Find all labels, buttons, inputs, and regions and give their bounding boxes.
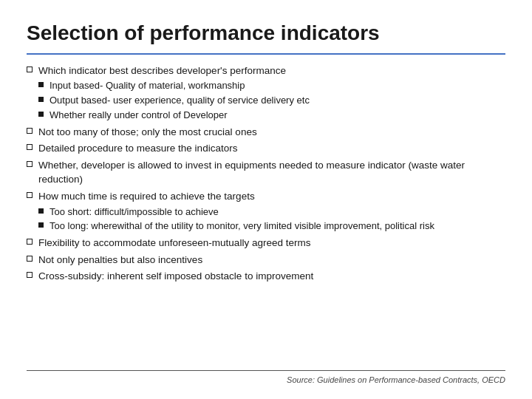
title-underline <box>27 53 505 55</box>
list-item: How much time is required to achieve the… <box>27 189 505 233</box>
sub-list-item: Too long: wherewithal of the utility to … <box>38 219 434 233</box>
list-item: Not only penalties but also incentives <box>27 253 505 267</box>
sub-bullet-text: Output based- user experience, quality o… <box>50 94 310 108</box>
list-item: Whether, developer is allowed to invest … <box>27 158 505 187</box>
sub-bullet-text: Whether really under control of Develope… <box>50 109 228 123</box>
bullet-icon <box>27 272 33 278</box>
sub-bullet-icon <box>38 97 44 102</box>
sub-bullet-text: Input based- Quality of material, workma… <box>50 79 245 93</box>
slide-title: Selection of performance indicators <box>27 21 505 46</box>
list-item: Which indicator best describes developer… <box>27 64 505 123</box>
sub-bullet-text: Too long: wherewithal of the utility to … <box>50 219 434 233</box>
bullet-text: Detailed procedure to measure the indica… <box>38 141 237 156</box>
bullet-text: Which indicator best describes developer… <box>38 65 286 76</box>
bullet-text: Whether, developer is allowed to invest … <box>38 158 505 187</box>
bullet-text: Not too many of those; only the most cru… <box>38 125 257 140</box>
sub-bullet-icon <box>38 222 44 228</box>
bullet-icon <box>27 192 33 198</box>
bullet-icon <box>27 144 33 150</box>
bullet-text: Not only penalties but also incentives <box>38 253 202 267</box>
sub-list-item: Output based- user experience, quality o… <box>38 94 310 108</box>
bullet-icon <box>27 128 33 134</box>
content-area: Which indicator best describes developer… <box>27 64 505 364</box>
list-item: Detailed procedure to measure the indica… <box>27 141 505 156</box>
bullet-icon <box>27 256 33 262</box>
footer-line <box>27 370 505 372</box>
sub-bullet-text: Too short: difficult/impossible to achie… <box>50 205 219 219</box>
list-item: Not too many of those; only the most cru… <box>27 125 505 140</box>
bullet-icon <box>27 239 33 245</box>
footer-text: Source: Guidelines on Performance-based … <box>27 375 505 384</box>
slide: Selection of performance indicators Whic… <box>0 0 532 399</box>
sub-list-item: Whether really under control of Develope… <box>38 109 310 123</box>
sub-bullet-icon <box>38 208 44 214</box>
sub-list-item: Input based- Quality of material, workma… <box>38 79 310 93</box>
sub-bullet-icon <box>38 82 44 87</box>
bullet-icon <box>27 161 33 167</box>
sub-bullet-icon <box>38 112 44 117</box>
bullet-text: Flexibility to accommodate unforeseen-mu… <box>38 236 310 250</box>
bullet-text: Cross-subsidy: inherent self imposed obs… <box>38 269 313 284</box>
list-item: Cross-subsidy: inherent self imposed obs… <box>27 269 505 284</box>
bullet-icon <box>27 66 33 72</box>
list-item: Flexibility to accommodate unforeseen-mu… <box>27 236 505 250</box>
bullet-text: How much time is required to achieve the… <box>38 191 255 202</box>
sub-list-item: Too short: difficult/impossible to achie… <box>38 205 434 219</box>
